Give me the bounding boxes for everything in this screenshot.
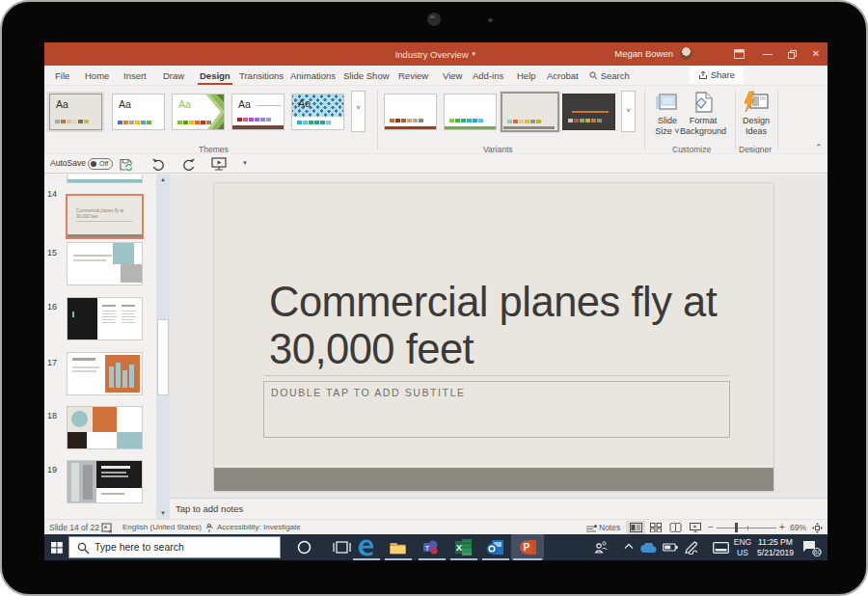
- svg-text:T: T: [425, 544, 430, 553]
- svg-text:P: P: [524, 542, 530, 553]
- svg-text:60: 60: [814, 549, 822, 555]
- svg-text:X: X: [456, 543, 462, 553]
